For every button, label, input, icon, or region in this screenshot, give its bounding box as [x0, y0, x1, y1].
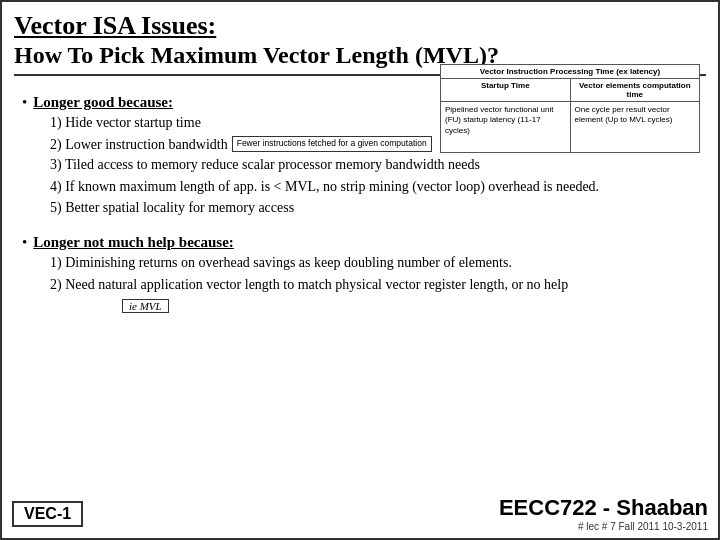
bullet-longer-not: • Longer not much help because: 1) Dimin… [22, 224, 698, 314]
footer-right: EECC722 - Shaaban # lec # 7 Fall 2011 10… [499, 495, 708, 532]
sub-item-4: 4) If known maximum length of app. is < … [50, 177, 698, 197]
footer-sub: # lec # 7 Fall 2011 10-3-2011 [499, 521, 708, 532]
bullet-icon-2: • [22, 234, 27, 251]
longer-good-label: Longer good because: [33, 94, 173, 111]
ie-mvl-label: ie MVL [122, 299, 169, 313]
sub-item-3: 3) Tiled access to memory reduce scalar … [50, 155, 698, 175]
slide: Vector ISA Issues: How To Pick Maximum V… [0, 0, 720, 540]
fewer-instructions-badge: Fewer instructions fetched for a given c… [232, 136, 432, 152]
not-sub-item-2: 2) Need natural application vector lengt… [50, 275, 698, 295]
diagram-col1-header: Startup Time [441, 79, 571, 101]
diagram-col1-body: Pipelined vector functional unit (FU) st… [441, 102, 571, 152]
vec-label: VEC-1 [12, 501, 83, 527]
bullet-icon-1: • [22, 94, 27, 111]
footer: VEC-1 EECC722 - Shaaban # lec # 7 Fall 2… [2, 495, 718, 532]
eecc-label: EECC722 - Shaaban [499, 495, 708, 521]
diagram-col2-header: Vector elements computation time [571, 79, 700, 101]
title-line1: Vector ISA Issues: [14, 10, 706, 41]
longer-not-label: Longer not much help because: [33, 234, 234, 251]
diagram-body: Pipelined vector functional unit (FU) st… [441, 102, 699, 152]
diagram-col2-body: One cycle per result vector element (Up … [571, 102, 700, 152]
diagram-header: Startup Time Vector elements computation… [441, 79, 699, 102]
sub-item-5: 5) Better spatial locality for memory ac… [50, 198, 698, 218]
diagram-title: Vector Instruction Processing Time (ex l… [441, 65, 699, 79]
diagram-box: Vector Instruction Processing Time (ex l… [440, 64, 700, 153]
not-sub-item-1: 1) Diminishing returns on overhead savin… [50, 253, 698, 273]
ie-mvl-container: ie MVL [22, 296, 698, 314]
